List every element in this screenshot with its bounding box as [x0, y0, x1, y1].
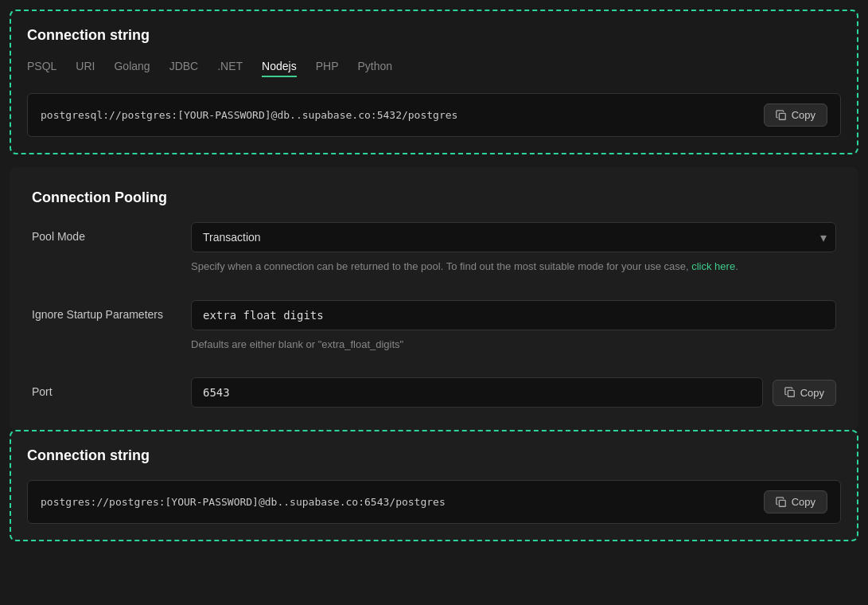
connection-pooling-section: Connection Pooling Pool Mode Transaction… [10, 167, 858, 430]
top-card-title: Connection string [27, 27, 841, 44]
pool-mode-hint: Specify when a connection can be returne… [191, 259, 836, 275]
ignore-startup-input[interactable] [191, 300, 836, 330]
bottom-card-title: Connection string [27, 447, 841, 464]
tab-php[interactable]: PHP [316, 60, 339, 77]
bottom-copy-icon [776, 497, 787, 508]
svg-rect-1 [788, 390, 794, 396]
tab-python[interactable]: Python [357, 60, 392, 77]
port-field-row: Copy [191, 377, 836, 408]
svg-rect-2 [779, 500, 785, 506]
port-copy-icon [784, 387, 796, 398]
bottom-copy-button[interactable]: Copy [764, 490, 827, 513]
pool-mode-hint-link[interactable]: click here [691, 260, 735, 272]
top-copy-button[interactable]: Copy [764, 103, 827, 127]
port-input[interactable] [191, 377, 763, 408]
tab-golang[interactable]: Golang [114, 60, 150, 77]
tab-uri[interactable]: URI [76, 60, 95, 77]
bottom-connection-string-card: Connection string postgres://postgres:[Y… [10, 430, 858, 541]
pool-mode-row: Pool Mode Transaction Session Statement … [32, 222, 836, 275]
tab-psql[interactable]: PSQL [27, 60, 56, 77]
port-content: Copy [191, 377, 836, 408]
ignore-startup-hint: Defaults are either blank or "extra_floa… [191, 337, 836, 353]
language-tabs: PSQL URI Golang JDBC .NET Nodejs PHP Pyt… [27, 60, 841, 77]
ignore-startup-label: Ignore Startup Parameters [32, 300, 191, 321]
tab-net[interactable]: .NET [217, 60, 243, 77]
pool-mode-label: Pool Mode [32, 222, 191, 243]
top-connection-string-card: Connection string PSQL URI Golang JDBC .… [10, 10, 858, 154]
pooling-title: Connection Pooling [32, 189, 836, 206]
bottom-connection-string-value: postgres://postgres:[YOUR-PASSWORD]@db..… [41, 496, 754, 508]
svg-rect-0 [779, 113, 785, 119]
top-connection-string-value: postgresql://postgres:[YOUR-PASSWORD]@db… [41, 109, 754, 121]
bottom-connection-string-display: postgres://postgres:[YOUR-PASSWORD]@db..… [27, 480, 841, 524]
port-copy-button[interactable]: Copy [773, 380, 836, 406]
tab-nodejs[interactable]: Nodejs [262, 60, 297, 77]
pool-mode-content: Transaction Session Statement Specify wh… [191, 222, 836, 275]
ignore-startup-row: Ignore Startup Parameters Defaults are e… [32, 300, 836, 353]
pool-mode-select[interactable]: Transaction Session Statement [191, 222, 836, 252]
ignore-startup-content: Defaults are either blank or "extra_floa… [191, 300, 836, 353]
port-label: Port [32, 377, 191, 398]
port-row: Port Copy [32, 377, 836, 408]
top-connection-string-display: postgresql://postgres:[YOUR-PASSWORD]@db… [27, 93, 841, 137]
tab-jdbc[interactable]: JDBC [169, 60, 199, 77]
pool-mode-select-wrapper: Transaction Session Statement [191, 222, 836, 252]
top-copy-icon [776, 110, 787, 121]
